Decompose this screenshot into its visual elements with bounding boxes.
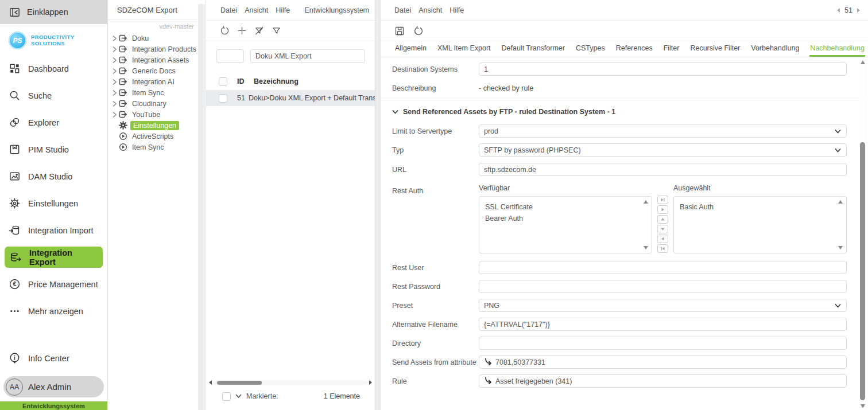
rest-password-input[interactable] [479,280,847,293]
selected-listbox[interactable]: Basic Auth [673,196,847,253]
tree-item-integration-products[interactable]: Integration Products [112,44,206,54]
sidebar-item-explorer[interactable]: Explorer [0,109,107,136]
chevron-down-icon[interactable] [235,392,242,400]
user-menu[interactable]: AA Alex Admin [3,376,104,397]
chevron-right-icon[interactable] [112,100,117,107]
tab-references[interactable]: References [615,41,653,57]
tree-item-item-sync[interactable]: Item Sync [112,87,206,98]
list-item[interactable]: Bearer Auth [485,213,640,224]
sidebar-item-info-center[interactable]: Info Center [0,345,107,372]
chevron-right-icon[interactable] [112,111,117,118]
clear-filter-button[interactable] [254,26,264,36]
alternative-filename-input[interactable] [479,318,847,331]
collapse-sidebar-button[interactable]: Einklappen [0,0,107,24]
marked-checkbox[interactable] [222,392,231,401]
menu-datei[interactable]: Datei [220,6,237,14]
tree-item-integration-assets[interactable]: Integration Assets [112,54,206,65]
chevron-right-icon[interactable] [112,57,117,64]
sidebar-item-einstellungen[interactable]: Einstellungen [0,190,107,217]
filter-button[interactable] [272,26,281,36]
move-down-button[interactable] [657,225,668,233]
scroll-up-arrow-icon[interactable] [861,60,865,64]
scrollbar-thumb[interactable] [860,142,865,400]
tree-item-doku[interactable]: Doku [112,33,206,44]
pager-prev-icon[interactable] [837,8,840,13]
scroll-down-icon[interactable] [644,246,648,249]
tree-item-youtube[interactable]: YouTube [112,109,206,120]
add-button[interactable] [237,26,247,36]
tree-item-integration-ai[interactable]: Integration AI [112,76,206,87]
tab-xml-item-export[interactable]: XML Item Export [437,41,491,57]
list-item[interactable]: SSL Certificate [485,201,640,213]
tree-item-generic-docs[interactable]: Generic Docs [112,65,206,76]
tree-item-item-sync-script[interactable]: Item Sync [112,142,206,153]
sidebar-item-suche[interactable]: Suche [0,82,107,109]
rest-user-input[interactable] [479,261,847,274]
menu-ansicht[interactable]: Ansicht [245,6,268,14]
sidebar-item-dashboard[interactable]: Dashboard [0,55,107,82]
send-assets-input[interactable] [479,356,847,369]
panel-divider[interactable] [375,0,381,410]
move-up-button[interactable] [657,215,668,224]
sidebar-item-dam-studio[interactable]: DAM Studio [0,163,107,190]
tab-recursive-filter[interactable]: Recursive Filter [689,41,741,57]
scroll-down-icon[interactable] [838,246,843,249]
chevron-right-icon[interactable] [112,89,117,96]
move-right-button[interactable] [657,205,668,214]
chevron-right-icon[interactable] [112,68,117,75]
id-filter-input[interactable] [216,49,244,63]
tree-item-cloudinary[interactable]: Cloudinary [112,98,206,109]
refresh-button[interactable] [220,26,230,36]
vertical-scrollbar[interactable] [859,57,867,410]
sidebar-item-pim-studio[interactable]: PIM Studio [0,136,107,163]
tab-nachbehandlung[interactable]: Nachbehandlung [809,41,865,57]
chevron-right-icon[interactable] [112,46,117,53]
horizontal-scrollbar[interactable] [206,378,375,387]
column-header-bezeichnung[interactable]: Bezeichnung [254,77,299,85]
table-row[interactable]: 51 Doku>Doku XML Export + Default Transf… [206,90,375,106]
tree-item-activescripts[interactable]: ActiveScripts [112,131,206,142]
url-input[interactable] [479,163,847,176]
scroll-down-arrow-icon[interactable] [861,404,865,408]
save-button[interactable] [394,26,405,36]
menu-hilfe[interactable]: Hilfe [450,6,464,14]
preset-select[interactable]: PNG [479,299,847,312]
scroll-up-icon[interactable] [838,200,843,204]
column-header-id[interactable]: ID [237,77,250,85]
row-checkbox[interactable] [219,94,227,103]
select-all-checkbox[interactable] [219,77,227,86]
tree-item-einstellungen[interactable]: Einstellungen [112,120,206,131]
tab-allgemein[interactable]: Allgemein [394,41,427,57]
menu-ansicht[interactable]: Ansicht [418,6,442,14]
sidebar-item-price-management[interactable]: € Price Management [0,271,107,298]
tab-cstypes[interactable]: CSTypes [575,41,606,57]
chevron-right-icon[interactable] [112,79,117,85]
pager-next-icon[interactable] [857,8,860,13]
sidebar-item-integration-export[interactable]: Integration Export [5,247,103,268]
tab-vorbehandlung[interactable]: Vorbehandlung [750,41,800,57]
search-input[interactable] [250,49,365,63]
refresh-button[interactable] [413,26,424,36]
available-listbox[interactable]: SSL Certificate Bearer Auth [479,196,652,253]
menu-hilfe[interactable]: Hilfe [276,6,290,14]
rule-input[interactable] [479,374,847,388]
scroll-left-arrow-icon[interactable] [209,380,212,385]
scrollbar-thumb[interactable] [217,381,262,385]
move-left-button[interactable] [657,235,668,243]
tab-default-transformer[interactable]: Default Transformer [501,41,565,57]
typ-select[interactable]: SFTP by password (PHPSEC) [479,143,847,157]
scroll-up-icon[interactable] [644,200,648,204]
tree-scrollbar-track[interactable] [198,4,205,410]
destination-systems-input[interactable] [479,63,847,76]
tab-filter[interactable]: Filter [663,41,680,57]
sidebar-item-mehr-anzeigen[interactable]: Mehr anzeigen [0,298,107,325]
menu-datei[interactable]: Datei [394,6,411,14]
move-all-right-button[interactable] [657,196,668,204]
limit-servertype-select[interactable]: prod [479,124,847,138]
directory-input[interactable] [479,337,847,350]
sidebar-item-integration-import[interactable]: Integration Import [0,217,107,244]
section-header-send-referenced-assets[interactable]: Send Referenced Assets by FTP - ruled De… [392,108,847,116]
chevron-right-icon[interactable] [112,35,117,42]
scroll-right-arrow-icon[interactable] [369,380,372,385]
list-item[interactable]: Basic Auth [680,201,835,213]
